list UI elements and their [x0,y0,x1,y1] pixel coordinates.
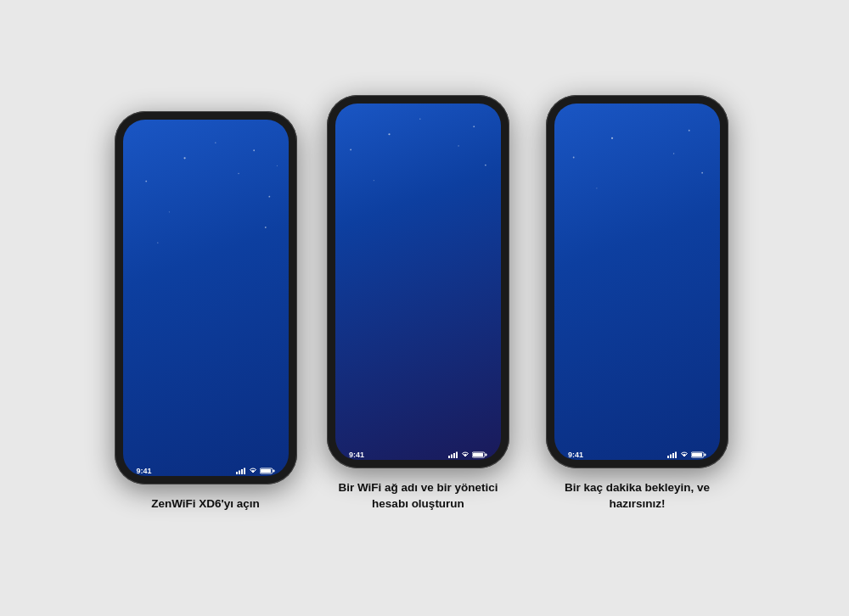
svg-point-4 [168,211,169,212]
stars-bg-2 [335,104,501,442]
svg-rect-55 [670,455,672,459]
svg-rect-41 [456,452,458,459]
phone2-screen: 9:41 ‹ System Setup [335,104,501,460]
time-2: 9:41 [349,451,364,459]
status-bar-3: 9:41 [554,445,720,460]
signal-icon-3 [667,451,678,458]
svg-point-1 [183,157,185,159]
svg-rect-54 [667,456,669,458]
status-icons-2 [448,451,487,458]
caption-3: Bir kaç dakika bekleyin, ve hazırsınız! [540,480,735,512]
status-bar-2: 9:41 [335,445,501,460]
svg-rect-40 [453,453,455,458]
wifi-status-icon [249,468,257,474]
battery-icon [260,468,275,474]
battery-icon-3 [691,451,706,458]
svg-rect-11 [239,471,240,475]
phone3-container: 9:41 ‹ System Setup [540,95,735,512]
signal-icon-2 [448,451,458,458]
svg-rect-15 [261,469,271,473]
svg-point-53 [689,130,690,132]
svg-point-37 [419,119,420,120]
svg-point-52 [596,188,597,188]
time-3: 9:41 [568,451,583,459]
svg-point-5 [253,149,255,151]
stars-bg [123,120,289,458]
svg-point-9 [264,227,266,228]
svg-point-49 [611,137,613,139]
stars-bg-3 [554,104,720,442]
signal-icon [236,468,246,474]
phone2-container: 9:41 ‹ System Setup [321,95,516,512]
svg-rect-16 [273,470,274,473]
svg-rect-13 [244,468,245,475]
svg-rect-10 [236,472,238,474]
wifi-status-icon-3 [680,451,689,458]
svg-rect-38 [448,456,450,458]
svg-rect-43 [473,453,483,456]
svg-point-3 [268,196,270,198]
svg-point-6 [215,142,216,143]
svg-point-34 [485,165,486,166]
svg-point-8 [157,242,158,243]
svg-point-36 [473,126,475,127]
phone3-screen: 9:41 ‹ System Setup [554,104,720,460]
svg-point-51 [701,172,703,174]
svg-rect-44 [486,454,487,456]
status-icons-3 [667,451,706,458]
caption-2: Bir WiFi ağ adı ve bir yönetici hesabı o… [321,480,516,512]
svg-point-35 [374,180,374,181]
svg-rect-57 [675,452,677,459]
phone2-frame: 9:41 ‹ System Setup [327,95,509,468]
battery-icon-2 [472,451,487,458]
svg-rect-59 [692,453,702,456]
svg-point-48 [573,157,575,159]
phone1-screen: 9:41 ‹ System Setup [123,120,289,476]
time-1: 9:41 [137,467,152,475]
status-icons-1 [236,468,275,474]
phones-row: 9:41 ‹ System Setup [115,95,735,521]
svg-point-33 [458,145,458,146]
svg-rect-12 [241,469,243,474]
svg-point-7 [276,165,277,166]
svg-point-50 [673,153,674,154]
svg-rect-60 [705,454,706,456]
phone1-container: 9:41 ‹ System Setup [115,111,297,512]
caption-1: ZenWiFi XD6'yı açın [151,496,260,512]
phone1-frame: 9:41 ‹ System Setup [115,111,297,484]
svg-rect-39 [451,455,453,459]
status-bar-1: 9:41 [123,462,289,476]
svg-rect-56 [672,453,674,458]
svg-point-0 [145,181,147,182]
svg-point-32 [388,133,390,135]
svg-point-2 [238,173,239,174]
phone3-frame: 9:41 ‹ System Setup [546,95,728,468]
svg-point-31 [350,149,351,151]
wifi-status-icon-2 [461,451,469,458]
